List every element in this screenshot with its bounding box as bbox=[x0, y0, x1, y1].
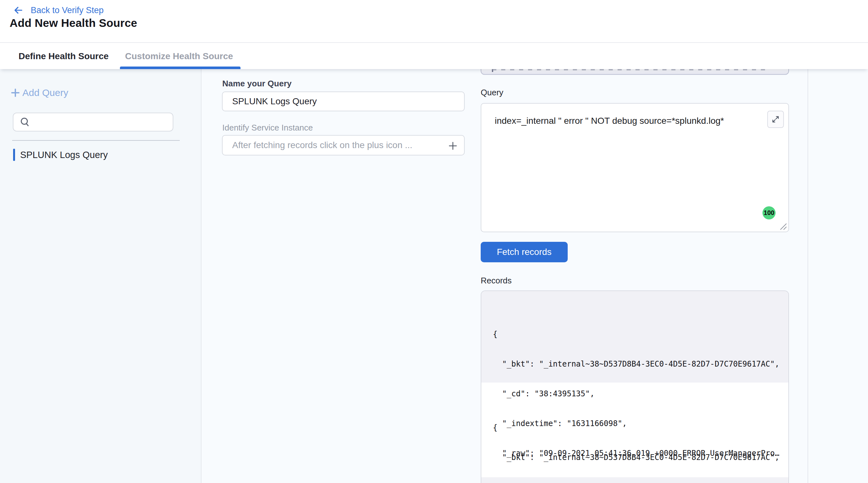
sidebar-divider bbox=[12, 140, 180, 141]
search-icon bbox=[20, 117, 30, 127]
tab-bar: Define Health Source Customize Health So… bbox=[0, 42, 868, 69]
query-item-label: SPLUNK Logs Query bbox=[20, 150, 108, 160]
sidebar-item-splunk-logs-query[interactable]: SPLUNK Logs Query bbox=[0, 145, 202, 165]
plus-icon bbox=[11, 88, 20, 97]
back-link-label: Back to Verify Step bbox=[31, 5, 104, 16]
record-card: { "_bkt": "_internal~38~D537D8B4-3EC0-4D… bbox=[481, 291, 788, 383]
tab-define-health-source[interactable]: Define Health Source bbox=[19, 43, 109, 70]
service-instance-input[interactable] bbox=[222, 135, 465, 155]
query-label: Query bbox=[481, 88, 503, 97]
records-label: Records bbox=[481, 276, 512, 285]
active-tab-underline bbox=[120, 66, 241, 69]
expand-query-button[interactable] bbox=[767, 111, 784, 128]
record-count-badge: 100 bbox=[763, 206, 776, 219]
add-query-button[interactable]: Add Query bbox=[11, 86, 68, 100]
back-to-verify-link[interactable]: Back to Verify Step bbox=[13, 3, 104, 17]
selected-item-indicator bbox=[13, 149, 15, 161]
query-sidebar: Add Query SPLUNK Logs Query bbox=[0, 69, 202, 483]
add-query-label: Add Query bbox=[22, 87, 68, 98]
query-editor[interactable]: index=_internal " error " NOT debug sour… bbox=[481, 103, 789, 232]
query-editor-value: index=_internal " error " NOT debug sour… bbox=[495, 116, 724, 126]
back-arrow-icon bbox=[13, 5, 24, 16]
query-name-input[interactable] bbox=[222, 91, 465, 111]
page-header: Back to Verify Step Add New Health Sourc… bbox=[0, 0, 868, 42]
query-search-input[interactable] bbox=[35, 117, 162, 127]
clipped-input-field[interactable] bbox=[481, 69, 789, 75]
identify-service-instance-label: Identify Service Instance bbox=[222, 123, 313, 133]
expand-icon bbox=[771, 115, 780, 123]
page-title: Add New Health Source bbox=[9, 17, 137, 29]
clipped-text-fragment bbox=[492, 69, 767, 70]
name-your-query-label: Name your Query bbox=[222, 79, 292, 89]
panel-divider bbox=[808, 69, 808, 483]
plus-icon bbox=[448, 141, 458, 151]
resize-handle[interactable] bbox=[779, 222, 787, 231]
tab-customize-health-source[interactable]: Customize Health Source bbox=[125, 43, 233, 70]
records-container: { "_bkt": "_internal~38~D537D8B4-3EC0-4D… bbox=[481, 291, 789, 483]
fetch-records-button[interactable]: Fetch records bbox=[481, 242, 568, 262]
query-search-box[interactable] bbox=[13, 113, 173, 131]
service-instance-plus-button[interactable] bbox=[446, 140, 459, 152]
